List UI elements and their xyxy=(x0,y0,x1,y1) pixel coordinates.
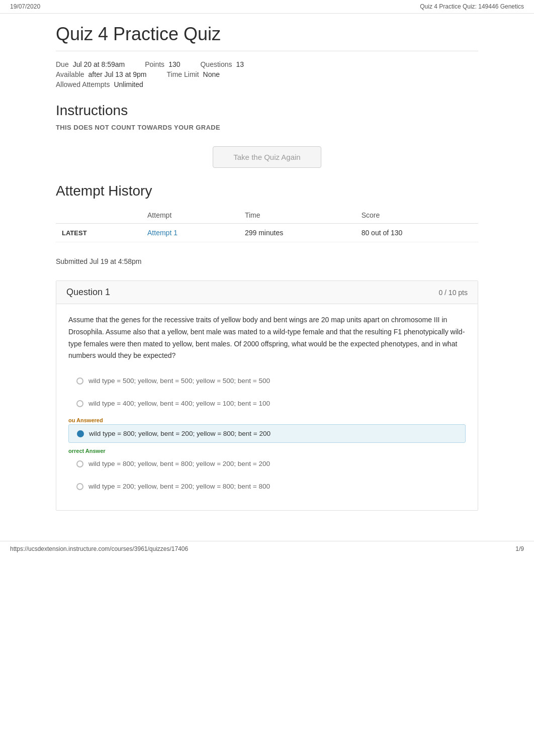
meta-table: Due Jul 20 at 8:59am Points 130 Question… xyxy=(56,60,478,88)
time-limit-value: None xyxy=(203,70,220,78)
radio-circle xyxy=(76,483,83,490)
answer-label: orrect Answer xyxy=(68,448,466,454)
answer-label: ou Answered xyxy=(68,417,466,423)
top-bar: 19/07/2020 Quiz 4 Practice Quiz: 149446 … xyxy=(0,0,534,14)
answer-option-1[interactable]: wild type = 500; yellow, bent = 500; yel… xyxy=(68,372,466,390)
meta-row-1: Due Jul 20 at 8:59am Points 130 Question… xyxy=(56,60,478,68)
quiz-breadcrumb: Quiz 4 Practice Quiz: 149446 Genetics xyxy=(420,3,524,10)
answer-text: wild type = 400; yellow, bent = 400; yel… xyxy=(88,400,270,407)
attempt-table: Attempt Time Score LATEST Attempt 1 299 … xyxy=(56,207,478,242)
col-header-attempt: Attempt xyxy=(141,207,239,224)
answer-option-wrapper: wild type = 200; yellow, bent = 200; yel… xyxy=(68,478,466,495)
bottom-bar: https://ucsdextension.instructure.com/co… xyxy=(0,541,534,556)
answer-text: wild type = 800; yellow, bent = 800; yel… xyxy=(88,460,270,467)
question-block-1: Question 1 0 / 10 pts Assume that the ge… xyxy=(56,280,478,511)
answer-option-3[interactable]: wild type = 800; yellow, bent = 200; yel… xyxy=(68,424,466,443)
page-title: Quiz 4 Practice Quiz xyxy=(56,24,478,51)
questions-container: Question 1 0 / 10 pts Assume that the ge… xyxy=(56,280,478,511)
take-quiz-button[interactable]: Take the Quiz Again xyxy=(213,146,321,168)
allowed-label: Allowed Attempts xyxy=(56,80,110,88)
available-label: Available xyxy=(56,70,84,78)
points-label: Points xyxy=(145,60,164,68)
submitted-info: Submitted Jul 19 at 4:58pm xyxy=(56,252,478,270)
date-label: 19/07/2020 xyxy=(10,3,40,10)
answer-option-wrapper: wild type = 500; yellow, bent = 500; yel… xyxy=(68,372,466,390)
page-number: 1/9 xyxy=(515,545,524,552)
instructions-note: THIS DOES NOT COUNT TOWARDS YOUR GRADE xyxy=(56,124,478,131)
answer-text: wild type = 200; yellow, bent = 200; yel… xyxy=(88,483,270,490)
col-header-empty xyxy=(56,207,141,224)
main-content: Quiz 4 Practice Quiz Due Jul 20 at 8:59a… xyxy=(41,14,493,531)
time-limit-label: Time Limit xyxy=(167,70,199,78)
attempt-link[interactable]: Attempt 1 xyxy=(147,229,177,237)
answer-text: wild type = 500; yellow, bent = 500; yel… xyxy=(88,377,270,385)
attempt-history-title: Attempt History xyxy=(56,183,478,199)
time-limit-item: Time Limit None xyxy=(167,70,220,78)
allowed-item: Allowed Attempts Unlimited xyxy=(56,80,143,88)
question-header: Question 1 0 / 10 pts xyxy=(56,281,478,304)
points-value: 130 xyxy=(168,60,180,68)
meta-row-2: Available after Jul 13 at 9pm Time Limit… xyxy=(56,70,478,78)
questions-value: 13 xyxy=(236,60,244,68)
page-url: https://ucsdextension.instructure.com/co… xyxy=(10,545,188,552)
latest-label: LATEST xyxy=(56,224,141,242)
answer-text: wild type = 800; yellow, bent = 200; yel… xyxy=(89,430,271,437)
radio-circle xyxy=(76,377,83,385)
available-item: Available after Jul 13 at 9pm xyxy=(56,70,147,78)
question-text: Assume that the genes for the recessive … xyxy=(68,314,466,362)
questions-label: Questions xyxy=(200,60,232,68)
radio-circle xyxy=(76,400,83,407)
table-row: LATEST Attempt 1 299 minutes 80 out of 1… xyxy=(56,224,478,242)
due-item: Due Jul 20 at 8:59am xyxy=(56,60,125,68)
attempt-score: 80 out of 130 xyxy=(355,224,478,242)
answer-option-5[interactable]: wild type = 200; yellow, bent = 200; yel… xyxy=(68,478,466,495)
questions-item: Questions 13 xyxy=(200,60,244,68)
question-points: 0 / 10 pts xyxy=(438,289,468,297)
answer-option-wrapper: ou Answeredwild type = 800; yellow, bent… xyxy=(68,417,466,443)
instructions-title: Instructions xyxy=(56,103,478,119)
available-value: after Jul 13 at 9pm xyxy=(88,70,147,78)
quiz-button-container: Take the Quiz Again xyxy=(56,146,478,168)
due-label: Due xyxy=(56,60,69,68)
radio-circle xyxy=(76,460,83,467)
allowed-value: Unlimited xyxy=(114,80,143,88)
attempt-link-cell[interactable]: Attempt 1 xyxy=(141,224,239,242)
attempt-time: 299 minutes xyxy=(239,224,355,242)
col-header-time: Time xyxy=(239,207,355,224)
answer-option-wrapper: orrect Answerwild type = 800; yellow, be… xyxy=(68,448,466,472)
answer-option-4[interactable]: wild type = 800; yellow, bent = 800; yel… xyxy=(68,455,466,472)
question-title: Question 1 xyxy=(66,287,110,298)
question-body: Assume that the genes for the recessive … xyxy=(56,304,478,510)
col-header-score: Score xyxy=(355,207,478,224)
points-item: Points 130 xyxy=(145,60,180,68)
meta-row-3: Allowed Attempts Unlimited xyxy=(56,80,478,88)
due-value: Jul 20 at 8:59am xyxy=(73,60,125,68)
radio-circle xyxy=(77,430,84,437)
answer-option-2[interactable]: wild type = 400; yellow, bent = 400; yel… xyxy=(68,395,466,412)
answer-option-wrapper: wild type = 400; yellow, bent = 400; yel… xyxy=(68,395,466,412)
